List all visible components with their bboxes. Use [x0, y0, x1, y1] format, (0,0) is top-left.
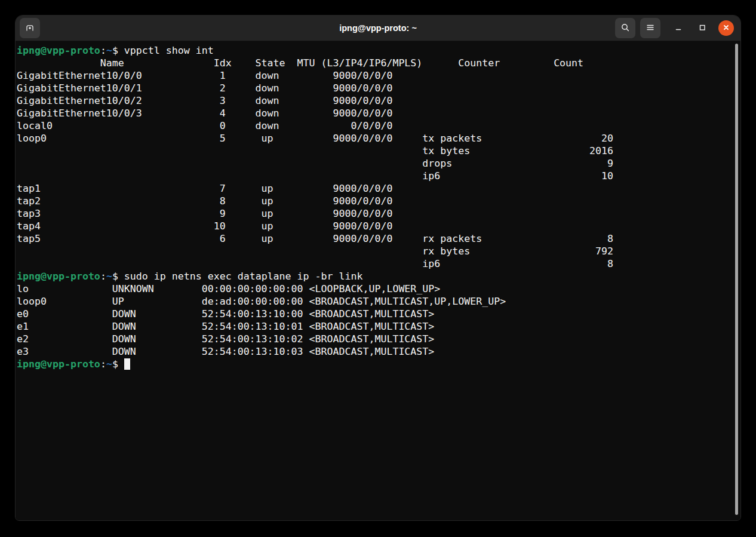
titlebar[interactable]: ipng@vpp-proto: ~ — [16, 16, 740, 41]
terminal-output-line: e0 DOWN 52:54:00:13:10:00 <BROADCAST,MUL… — [17, 308, 740, 320]
terminal-output-line: tap2 8 up 9000/0/0/0 — [17, 195, 740, 207]
terminal-screen[interactable]: ipng@vpp-proto:~$ vppctl show int Name I… — [16, 41, 740, 520]
prompt-path: ~ — [106, 45, 112, 56]
terminal-output-line: drops 9 — [17, 157, 740, 170]
maximize-icon — [697, 23, 707, 34]
scrollbar[interactable] — [734, 42, 740, 519]
terminal-output-line: GigabitEthernet10/0/2 3 down 9000/0/0/0 — [17, 94, 740, 107]
command-text-1: vppctl show int — [124, 45, 214, 56]
prompt-colon: : — [100, 45, 106, 56]
terminal-output-line: tx bytes 2016 — [17, 145, 740, 157]
search-icon — [620, 23, 630, 34]
terminal-output-line: loop0 UP de:ad:00:00:00:00 <BROADCAST,MU… — [17, 295, 740, 308]
prompt-user-host: ipng@vpp-proto — [17, 271, 100, 282]
scrollbar-thumb[interactable] — [735, 44, 738, 515]
minimize-icon — [674, 23, 683, 34]
terminal-output-line: local0 0 down 0/0/0/0 — [17, 119, 740, 132]
terminal-cursor — [124, 358, 130, 370]
prompt-colon: : — [100, 271, 106, 282]
terminal-output-line: e2 DOWN 52:54:00:13:10:02 <BROADCAST,MUL… — [17, 333, 740, 345]
terminal-output-line: e3 DOWN 52:54:00:13:10:03 <BROADCAST,MUL… — [17, 345, 740, 358]
terminal-output-line: tap1 7 up 9000/0/0/0 — [17, 182, 740, 195]
prompt-dollar: $ — [112, 358, 124, 370]
terminal-output-line: Name Idx State MTU (L3/IP4/IP6/MPLS) Cou… — [17, 57, 740, 69]
maximize-button[interactable] — [693, 19, 712, 38]
menu-button[interactable] — [640, 18, 660, 38]
terminal-window: ipng@vpp-proto: ~ ipng@ — [15, 15, 741, 521]
prompt-user-host: ipng@vpp-proto — [17, 45, 100, 56]
terminal-output-line: ip6 8 — [17, 257, 740, 270]
prompt-user-host: ipng@vpp-proto — [17, 358, 100, 370]
prompt-colon: : — [100, 358, 106, 370]
terminal-output-line: GigabitEthernet10/0/1 2 down 9000/0/0/0 — [17, 82, 740, 94]
terminal-output-line: tap4 10 up 9000/0/0/0 — [17, 220, 740, 232]
new-tab-icon — [25, 23, 35, 34]
prompt-line-current: ipng@vpp-proto:~$ — [17, 358, 740, 370]
terminal-output-line: GigabitEthernet10/0/3 4 down 9000/0/0/0 — [17, 107, 740, 119]
terminal-output-line: tap3 9 up 9000/0/0/0 — [17, 207, 740, 220]
terminal-output-line: e1 DOWN 52:54:00:13:10:01 <BROADCAST,MUL… — [17, 320, 740, 333]
prompt-dollar: $ — [112, 271, 124, 282]
terminal-output-line: lo UNKNOWN 00:00:00:00:00:00 <LOOPBACK,U… — [17, 283, 740, 295]
terminal-output-line: ip6 10 — [17, 170, 740, 182]
close-icon — [721, 23, 731, 34]
prompt-path: ~ — [106, 358, 112, 370]
prompt-line-1: ipng@vpp-proto:~$ vppctl show int — [17, 44, 740, 57]
new-tab-button[interactable] — [20, 18, 40, 38]
terminal-output-line: GigabitEthernet10/0/0 1 down 9000/0/0/0 — [17, 69, 740, 82]
terminal-output-line: rx bytes 792 — [17, 245, 740, 257]
titlebar-controls — [615, 18, 740, 38]
prompt-line-2: ipng@vpp-proto:~$ sudo ip netns exec dat… — [17, 270, 740, 283]
prompt-dollar: $ — [112, 45, 124, 56]
desktop-background: ipng@vpp-proto: ~ ipng@ — [0, 0, 756, 537]
search-button[interactable] — [615, 18, 635, 38]
prompt-path: ~ — [106, 271, 112, 282]
minimize-button[interactable] — [669, 19, 688, 38]
command-text-2: sudo ip netns exec dataplane ip -br link — [124, 271, 363, 282]
terminal-output-line: loop0 5 up 9000/0/0/0 tx packets 20 — [17, 132, 740, 145]
terminal-output-line: tap5 6 up 9000/0/0/0 rx packets 8 — [17, 232, 740, 245]
close-button[interactable] — [718, 20, 734, 36]
hamburger-menu-icon — [646, 23, 655, 34]
